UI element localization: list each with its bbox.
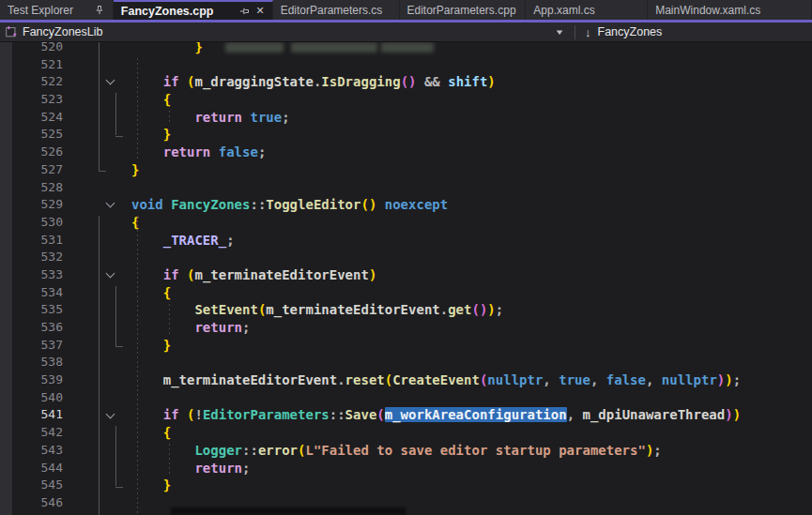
code-line: 528 <box>0 179 812 197</box>
code-text[interactable]: if (!EditorParameters::Save(m_workAreaCo… <box>131 406 741 424</box>
fold-region-line <box>115 286 116 346</box>
fold-column <box>75 232 131 250</box>
tab-app-xaml-cs[interactable]: App.xaml.cs <box>526 0 648 20</box>
fold-column <box>75 126 131 144</box>
code-line: 532 <box>0 249 812 266</box>
code-line: 530{ <box>0 214 812 232</box>
code-text[interactable]: return false; <box>131 144 266 161</box>
code-line: 529void FancyZones::ToggleEditor() noexc… <box>0 196 812 214</box>
indent-guide <box>169 111 170 124</box>
tab-editorparameters-cs[interactable]: EditorParameters.cs <box>273 0 400 20</box>
pin-icon[interactable] <box>94 5 105 16</box>
code-scroll-area: 520 }521522 if (m_draggingState.IsDraggi… <box>0 42 812 512</box>
cpp-project-icon <box>5 25 18 38</box>
code-text[interactable]: if (m_terminateEditorEvent) <box>131 266 376 284</box>
code-line: 534 { <box>0 284 812 302</box>
project-dropdown[interactable]: FancyZonesLib ▼ <box>0 23 575 41</box>
blurred-content <box>291 42 377 53</box>
code-line: 533 if (m_terminateEditorEvent) <box>0 266 812 284</box>
fold-column <box>75 494 131 512</box>
code-text[interactable]: return true; <box>131 109 290 127</box>
close-icon[interactable]: ✕ <box>255 6 264 16</box>
scope-dropdown[interactable]: ↓ FancyZones <box>575 23 662 41</box>
indent-guide <box>169 444 170 475</box>
fold-column <box>75 266 131 284</box>
fold-column <box>75 460 131 477</box>
code-line: 546 <box>0 494 812 512</box>
code-text[interactable]: m_terminateEditorEvent.reset(CreateEvent… <box>131 371 741 389</box>
tab-icons <box>86 5 105 16</box>
tab-test-explorer[interactable]: Test Explorer <box>0 0 114 20</box>
tab-label: App.xaml.cs <box>533 4 594 17</box>
pin-icon[interactable] <box>238 6 250 17</box>
fold-column <box>75 301 131 319</box>
code-line: 535 SetEvent(m_terminateEditorEvent.get(… <box>0 301 812 319</box>
fold-column <box>75 109 131 127</box>
code-line: 526 return false; <box>0 144 812 161</box>
code-text[interactable]: { <box>131 214 139 232</box>
fold-region-line <box>99 216 100 515</box>
fold-column <box>75 371 131 389</box>
indent-guide <box>137 58 138 159</box>
project-dropdown-label: FancyZonesLib <box>23 25 102 38</box>
code-editor[interactable]: 520 }521522 if (m_draggingState.IsDraggi… <box>0 42 812 515</box>
code-line: 538 <box>0 354 812 371</box>
indent-guide <box>137 216 138 515</box>
fold-column <box>75 196 131 214</box>
code-text[interactable]: } <box>131 161 139 179</box>
fold-column <box>75 337 131 355</box>
code-line: 523 { <box>0 91 812 109</box>
fold-column <box>75 319 131 337</box>
fold-region-tick <box>115 136 123 137</box>
code-text[interactable]: return; <box>131 460 250 477</box>
code-text[interactable]: SetEvent(m_terminateEditorEvent.get()); <box>131 301 503 319</box>
fold-column <box>75 144 131 161</box>
code-text[interactable]: return; <box>131 319 250 337</box>
fold-column <box>75 214 131 232</box>
fold-column <box>75 354 131 371</box>
code-line: 539 m_terminateEditorEvent.reset(CreateE… <box>0 371 812 389</box>
code-line: 527} <box>0 161 812 179</box>
tab-fancyzones-cpp[interactable]: FancyZones.cpp✕ <box>114 0 273 20</box>
fold-region-tick <box>115 487 123 488</box>
fold-column <box>75 477 131 494</box>
code-line: 520 } <box>0 42 812 56</box>
code-text[interactable]: if (m_draggingState.IsDragging() && shif… <box>131 73 496 91</box>
fold-column <box>75 406 131 424</box>
fold-column <box>75 389 131 407</box>
tab-bar: Test ExplorerFancyZones.cpp✕EditorParame… <box>0 0 812 23</box>
fold-column <box>75 249 131 266</box>
tab-label: EditorParameters.cs <box>281 4 383 17</box>
fold-column <box>75 442 131 460</box>
tab-editorparameters-cpp[interactable]: EditorParameters.cpp <box>400 0 527 20</box>
fold-column <box>75 73 131 91</box>
code-line: 531 _TRACER_; <box>0 232 812 250</box>
code-text[interactable]: _TRACER_; <box>131 232 235 250</box>
fold-column <box>75 42 131 56</box>
code-text[interactable]: void FancyZones::ToggleEditor() noexcept <box>131 196 448 214</box>
code-line: 536 return; <box>0 319 812 337</box>
tab-label: FancyZones.cpp <box>121 5 214 18</box>
code-line: 522 if (m_draggingState.IsDragging() && … <box>0 73 812 91</box>
code-line: 542 { <box>0 424 812 442</box>
tab-label: EditorParameters.cpp <box>407 4 516 17</box>
indent-guide <box>169 304 170 335</box>
down-arrow-icon: ↓ <box>585 25 591 39</box>
code-line: 541 if (!EditorParameters::Save(m_workAr… <box>0 406 812 424</box>
tab-mainwindow-xaml-cs[interactable]: MainWindow.xaml.cs <box>648 0 812 20</box>
fold-region-line <box>115 426 116 486</box>
fold-column <box>75 91 131 109</box>
fold-column <box>75 179 131 197</box>
fold-column <box>75 56 131 74</box>
breakpoint-margin[interactable] <box>0 42 12 515</box>
fold-region-line <box>99 42 100 171</box>
code-line: 543 Logger::error(L"Failed to save edito… <box>0 442 812 460</box>
fold-region-tick <box>115 346 123 347</box>
blurred-content <box>171 507 406 515</box>
code-line: 524 return true; <box>0 109 812 127</box>
code-line: 540 <box>0 389 812 407</box>
blurred-content <box>225 42 283 53</box>
code-text[interactable]: Logger::error(L"Failed to save editor st… <box>131 442 662 460</box>
code-text[interactable]: } <box>131 42 203 56</box>
project-dropdown-chevron-icon[interactable]: ▼ <box>554 28 564 37</box>
